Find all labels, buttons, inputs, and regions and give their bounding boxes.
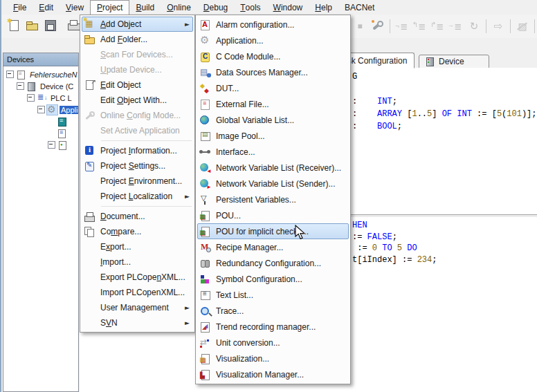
tab-device[interactable]: Device <box>419 55 489 68</box>
menu-item-svn[interactable]: SVN► <box>82 315 193 330</box>
code-line: : ARRAY [1..5] OF INT := [5(101)]; <box>352 108 537 120</box>
menu-item-label: Add Object <box>100 19 185 29</box>
menu-item-label: Trace... <box>216 306 348 316</box>
menu-item-add-folder[interactable]: Add Folder... <box>82 32 193 47</box>
code-line: HEN <box>352 220 437 232</box>
menu-item-persistent-variables[interactable]: Persistent Variables... <box>197 192 349 207</box>
menu-item-unit-conversion[interactable]: Unit conversion... <box>197 335 349 351</box>
menu-item-dut[interactable]: DUT... <box>197 80 349 96</box>
tree-expander-icon[interactable] <box>17 82 24 90</box>
menu-item-global-variable-list[interactable]: Global Variable List... <box>197 112 349 128</box>
nvl-sender-icon <box>199 178 212 189</box>
menu-item-pou[interactable]: POU... <box>197 207 349 223</box>
menu-item-recipe-manager[interactable]: Recipe Manager... <box>197 239 349 255</box>
menu-item-trace[interactable]: Trace... <box>197 303 349 319</box>
library-icon <box>57 117 67 127</box>
tree-item[interactable] <box>48 139 70 151</box>
menu-item-application[interactable]: Application... <box>197 32 349 48</box>
menu-item-redundancy-configuration[interactable]: Redundancy Configuration... <box>197 255 349 271</box>
declaration-editor[interactable]: G : INT;: ARRAY [1..5] OF INT := [5(101)… <box>352 71 537 133</box>
tree-expander-icon[interactable] <box>48 141 55 149</box>
menu-item-export[interactable]: Export... <box>82 239 193 254</box>
add-object-icon <box>84 19 96 30</box>
project-settings-icon <box>84 160 96 171</box>
menu-item-alarm-configuration[interactable]: Alarm configuration... <box>197 17 349 32</box>
indent-first-icon <box>394 18 410 35</box>
pou-icon <box>199 210 212 221</box>
menu-item-project-information[interactable]: Project Information... <box>82 143 193 158</box>
save-icon[interactable] <box>42 17 59 34</box>
menu-item-label: Visualization... <box>216 354 348 364</box>
tab-label: Device <box>439 57 464 66</box>
menu-item-user-management[interactable]: User Management► <box>82 300 193 315</box>
menu-item-import[interactable]: Import... <box>82 254 193 270</box>
menu-item-no-icon <box>84 317 96 328</box>
implementation-editor[interactable]: HEN:= FALSE; := 0 TO 5 DOt[iIndex] := 23… <box>352 220 437 265</box>
tree-item-device-c[interactable]: Device (C <box>17 80 75 92</box>
menu-item-edit-object-with[interactable]: Edit Object With... <box>82 93 193 108</box>
menu-item-label: Online Config Mode... <box>100 111 192 120</box>
task-icon <box>57 140 68 150</box>
menu-item-external-file[interactable]: External File... <box>197 96 349 112</box>
menu-item-label: Import PLCopenXML... <box>100 288 192 297</box>
menu-item-compare[interactable]: Compare... <box>82 224 193 239</box>
menu-item-symbol-configuration[interactable]: Symbol Configuration... <box>197 271 349 287</box>
menu-item-project-environment[interactable]: Project Environment... <box>82 174 193 189</box>
menu-bar-item-tools[interactable]: Tools <box>234 0 266 15</box>
submenu-arrow-icon: ► <box>185 304 190 311</box>
menu-item-visualization[interactable]: Visualization... <box>197 351 349 366</box>
menu-item-no-icon <box>84 241 96 252</box>
menu-bar-item-file[interactable]: File <box>7 0 33 15</box>
tree-item-label: Device (C <box>39 82 75 91</box>
tree-item-plc-l[interactable]: PLC L <box>27 92 73 104</box>
menu-item-project-localization[interactable]: Project Localization► <box>82 189 193 204</box>
open-file-icon[interactable] <box>24 17 41 34</box>
tree-expander-icon[interactable] <box>27 94 35 102</box>
code-line: t[iIndex] := 234; <box>352 254 437 266</box>
menu-bar-item-bacnet[interactable]: BACNet <box>338 0 381 15</box>
data-sources-icon <box>199 67 212 78</box>
toolbar-left-group <box>6 17 83 36</box>
menu-item-image-pool[interactable]: Image Pool... <box>197 128 349 144</box>
menu-bar-item-build[interactable]: Build <box>129 0 161 15</box>
menu-bar-item-debug[interactable]: Debug <box>197 0 234 15</box>
menu-item-network-variable-list-receiver[interactable]: Network Variable List (Receiver)... <box>197 160 349 176</box>
tree-item-fehlersuchen[interactable]: FehlersucheN <box>6 68 78 80</box>
devices-panel-header[interactable]: Devices <box>3 53 78 66</box>
menu-item-trend-recording-manager[interactable]: Trend recording manager... <box>197 319 349 335</box>
menu-item-c-code-module[interactable]: C Code Module... <box>197 48 349 64</box>
menu-item-no-icon <box>84 176 96 187</box>
new-file-icon[interactable] <box>6 17 23 34</box>
menu-item-set-active-application: Set Active Application <box>82 123 193 138</box>
menu-bar-item-window[interactable]: Window <box>267 0 309 15</box>
code-line: G <box>352 71 537 83</box>
menu-item-text-list[interactable]: Text List... <box>197 287 349 303</box>
tree-expander-icon[interactable] <box>6 71 14 78</box>
tree-item[interactable] <box>48 115 69 127</box>
tree-item-application[interactable]: Application <box>37 104 79 115</box>
menu-item-visualization-manager[interactable]: Visualization Manager... <box>197 366 349 382</box>
menu-item-network-variable-list-sender[interactable]: Network Variable List (Sender)... <box>197 176 349 192</box>
menu-separator <box>101 140 192 141</box>
submenu-arrow-icon: ► <box>185 21 190 28</box>
menu-bar-item-view[interactable]: View <box>60 0 90 15</box>
menu-item-interface[interactable]: Interface... <box>197 144 349 160</box>
device-icon <box>26 82 37 91</box>
menu-item-edit-object[interactable]: Edit Object <box>82 77 193 93</box>
menu-item-project-settings[interactable]: Project Settings... <box>82 158 193 174</box>
menu-item-scan-for-devices: Scan For Devices... <box>82 47 193 62</box>
tools-icon[interactable] <box>370 18 386 35</box>
tree-expander-icon[interactable] <box>37 106 45 113</box>
tree-item-label: Application <box>60 106 79 114</box>
menu-item-pou-for-implicit-checks[interactable]: POU for implicit checks... <box>197 223 349 239</box>
menu-item-document[interactable]: Document... <box>82 209 193 224</box>
menu-bar-item-help[interactable]: Help <box>309 0 338 15</box>
menu-item-import-plcopenxml[interactable]: Import PLCopenXML... <box>82 285 193 300</box>
menu-bar-item-online[interactable]: Online <box>161 0 197 15</box>
menu-bar-item-project[interactable]: Project <box>90 0 129 15</box>
tree-item[interactable] <box>48 127 69 139</box>
menu-item-data-sources-manager[interactable]: Data Sources Manager... <box>197 64 349 80</box>
menu-bar-item-edit[interactable]: Edit <box>33 0 60 15</box>
menu-item-export-plcopenxml[interactable]: Export PLCopenXML... <box>82 270 193 285</box>
menu-item-add-object[interactable]: Add Object► <box>82 17 193 32</box>
